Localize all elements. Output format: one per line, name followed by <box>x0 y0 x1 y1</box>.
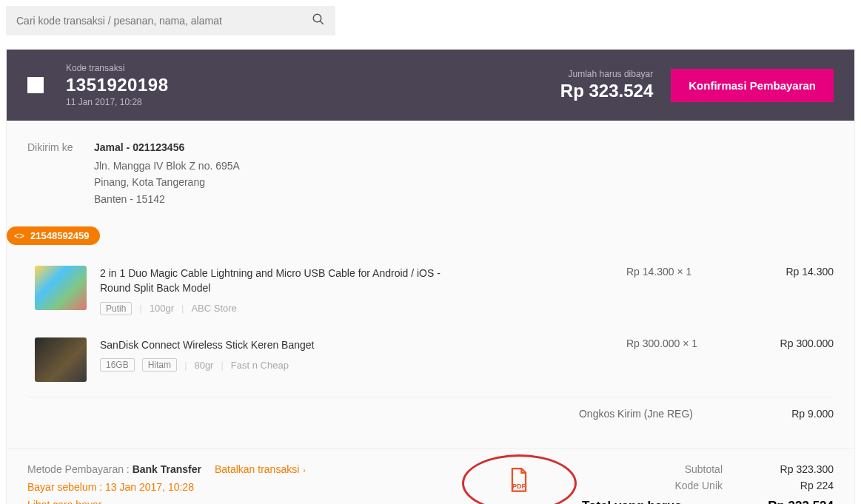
select-checkbox[interactable] <box>27 77 44 93</box>
item-line-total: Rp 300.000 <box>737 337 834 349</box>
address-line1: Jln. Mangga IV Blok Z no. 695A <box>94 158 240 174</box>
cancel-transaction-link[interactable]: Batalkan transaksi › <box>215 463 306 475</box>
shipping-cost-label: Ongkos Kirim (Jne REG) <box>579 408 693 420</box>
svg-line-1 <box>320 21 324 24</box>
amount-label: Jumlah harus dibayar <box>560 69 653 79</box>
pay-before: Bayar sebelum : 13 Jan 2017, 10:28 <box>27 481 456 493</box>
chevron-right-icon: › <box>301 466 306 474</box>
unique-code-row: Kode Unik Rp 224 <box>582 480 834 491</box>
subtotal-label: Subtotal <box>685 463 723 475</box>
totals-block: Subtotal Rp 323.300 Kode Unik Rp 224 Tot… <box>582 463 834 504</box>
grand-total-value: Rp 323.524 <box>748 499 834 504</box>
shipping-cost-value: Rp 9.000 <box>737 408 834 420</box>
recipient-name: Jamal - 021123456 <box>94 141 240 153</box>
transaction-header: Kode transaksi 1351920198 11 Jan 2017, 1… <box>7 50 854 121</box>
payment-method-label: Metode Pembayaran : <box>27 463 130 475</box>
payment-info: Metode Pembayaran : Bank Transfer Batalk… <box>27 463 456 504</box>
item-store: ABC Store <box>191 303 236 314</box>
shipping-address: Jamal - 021123456 Jln. Mangga IV Blok Z … <box>94 141 240 207</box>
svg-point-0 <box>313 14 321 22</box>
how-to-pay-link[interactable]: Lihat cara bayar › <box>27 499 456 504</box>
transaction-body: Dikirim ke Jamal - 021123456 Jln. Mangga… <box>7 121 854 448</box>
transaction-footer: Metode Pembayaran : Bank Transfer Batalk… <box>7 448 854 504</box>
code-icon: <> <box>14 231 24 241</box>
transaction-code: 1351920198 <box>66 75 560 95</box>
list-item: SanDisk Connect Wireless Stick Keren Ban… <box>27 330 834 397</box>
item-info: SanDisk Connect Wireless Stick Keren Ban… <box>100 337 626 372</box>
search-input[interactable] <box>16 15 312 27</box>
search-bar <box>6 6 855 49</box>
unique-code-label: Kode Unik <box>674 480 723 491</box>
pdf-download[interactable]: PDF <box>456 463 582 493</box>
grand-total-label: Total yang harus dibayar <box>582 499 726 504</box>
shipping-label: Dikirim ke <box>27 141 94 207</box>
grand-total-row: Total yang harus dibayar Rp 323.524 <box>582 499 834 504</box>
address-line3: Banten - 15142 <box>94 191 240 207</box>
transaction-card: Kode transaksi 1351920198 11 Jan 2017, 1… <box>6 49 855 504</box>
subtotal-value: Rp 323.300 <box>745 463 834 475</box>
search-icon[interactable] <box>312 13 325 30</box>
unique-code-value: Rp 224 <box>745 480 834 491</box>
amount-block: Jumlah harus dibayar Rp 323.524 <box>560 69 653 101</box>
variant-tag: Hitam <box>142 358 177 372</box>
code-label: Kode transaksi <box>66 63 560 73</box>
subtotal-row: Subtotal Rp 323.300 <box>582 463 834 475</box>
chevron-right-icon: › <box>103 501 108 504</box>
address-line2: Pinang, Kota Tangerang <box>94 174 240 190</box>
order-number: 21548592459 <box>30 230 90 241</box>
item-name: 2 in 1 Duo Magic Cable Lightning and Mic… <box>100 266 470 296</box>
item-meta: Putih | 100gr | ABC Store <box>100 302 626 315</box>
item-line-total: Rp 14.300 <box>737 266 834 278</box>
variant-tag: Putih <box>100 302 132 315</box>
item-weight: 80gr <box>194 360 213 371</box>
item-info: 2 in 1 Duo Magic Cable Lightning and Mic… <box>100 266 626 315</box>
highlight-circle <box>462 454 577 504</box>
product-image <box>35 337 87 382</box>
confirm-payment-button[interactable]: Konfirmasi Pembayaran <box>671 69 834 102</box>
payment-method-value: Bank Transfer <box>133 463 201 475</box>
item-weight: 100gr <box>150 303 174 314</box>
item-name: SanDisk Connect Wireless Stick Keren Ban… <box>100 337 470 352</box>
order-number-badge[interactable]: <> 21548592459 <box>7 226 100 245</box>
item-unit-price: Rp 300.000 × 1 <box>626 337 737 349</box>
shipping-cost-row: Ongkos Kirim (Jne REG) Rp 9.000 <box>27 397 834 430</box>
item-unit-price: Rp 14.300 × 1 <box>626 266 737 278</box>
product-image <box>35 266 87 310</box>
item-store: Fast n Cheap <box>231 360 289 371</box>
shipping-row: Dikirim ke Jamal - 021123456 Jln. Mangga… <box>27 141 834 207</box>
item-list: 2 in 1 Duo Magic Cable Lightning and Mic… <box>27 258 834 430</box>
variant-tag: 16GB <box>100 358 135 372</box>
item-meta: 16GB Hitam | 80gr | Fast n Cheap <box>100 358 626 372</box>
search-box[interactable] <box>6 6 335 36</box>
transaction-code-block: Kode transaksi 1351920198 11 Jan 2017, 1… <box>66 63 560 107</box>
transaction-date: 11 Jan 2017, 10:28 <box>66 97 560 107</box>
list-item: 2 in 1 Duo Magic Cable Lightning and Mic… <box>27 258 834 330</box>
payment-method-row: Metode Pembayaran : Bank Transfer Batalk… <box>27 463 456 475</box>
amount-value: Rp 323.524 <box>560 81 653 101</box>
